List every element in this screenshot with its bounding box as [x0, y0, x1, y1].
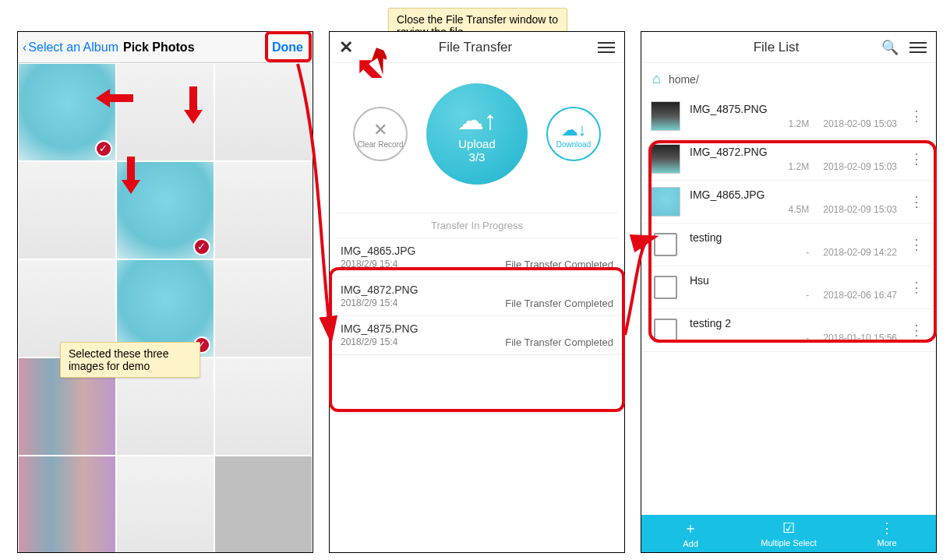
file-date: 2018-02-09 15:03 [823, 204, 897, 215]
photo-thumb[interactable] [214, 456, 313, 553]
file-size: - [778, 290, 809, 301]
photo-thumb[interactable] [214, 63, 313, 161]
cloud-download-icon: ☁↓ [561, 120, 587, 140]
file-name: IMG_4865.JPG [341, 245, 613, 257]
more-icon[interactable]: ⋮ [906, 236, 927, 253]
photo-thumb[interactable] [18, 456, 116, 553]
file-time: 2018/2/9 15:4 [341, 336, 397, 348]
upload-button[interactable]: ☁↑ Upload 3/3 [426, 83, 528, 185]
file-name: testing [690, 231, 897, 244]
checkbox-icon: ☑ [782, 519, 795, 537]
more-icon[interactable]: ⋮ [906, 150, 927, 167]
search-icon[interactable]: 🔍 [881, 39, 899, 56]
done-button[interactable]: Done [267, 39, 308, 56]
screen-file-list: File List 🔍 ⌂ home/ IMG_4875.PNG 1.2M201… [641, 31, 937, 553]
plus-icon: ＋ [683, 519, 697, 537]
cloud-upload-icon: ☁↑ [457, 104, 497, 136]
home-icon: ⌂ [652, 71, 661, 87]
clear-label: Clear Record [358, 140, 404, 149]
photo-thumb[interactable] [116, 456, 214, 553]
file-status: File Transfer Completed [505, 298, 613, 309]
file-size: 1.2M [778, 161, 809, 172]
svg-marker-3 [184, 86, 203, 124]
file-date: 2018-01-10 15:56 [823, 333, 897, 343]
page-title: Pick Photos [123, 41, 195, 55]
screen-file-transfer: ✕ File Transfer ✕ Clear Record ☁↑ Upload… [329, 31, 625, 553]
folder-icon [651, 230, 680, 259]
navbar: ‹ Select an Album Pick Photos Done [18, 32, 313, 63]
select-arrow-icon [96, 86, 135, 118]
more-icon[interactable]: ⋮ [906, 322, 927, 339]
file-size: 1.2M [778, 118, 809, 129]
x-icon: ✕ [373, 120, 387, 140]
photo-thumb[interactable] [214, 259, 313, 357]
upload-label: Upload [458, 137, 496, 150]
file-list: IMG_4875.PNG 1.2M2018-02-09 15:03 ⋮ IMG_… [641, 95, 936, 352]
breadcrumb[interactable]: ⌂ home/ [641, 63, 936, 95]
file-row[interactable]: Hsu -2018-02-06 16:47 ⋮ [641, 266, 936, 309]
file-name: IMG_4875.PNG [341, 322, 613, 335]
photo-grid: ✓ ✓ ✓ [18, 63, 313, 553]
bottom-toolbar: ＋Add ☑Multiple Select ⋮More [641, 515, 936, 552]
file-name: Hsu [690, 274, 897, 287]
select-arrow-icon [119, 157, 150, 195]
transfer-list: IMG_4865.JPG 2018/2/9 15:4File Transfer … [330, 238, 624, 355]
photo-thumb[interactable] [18, 161, 116, 259]
file-row[interactable]: testing -2018-02-09 14:22 ⋮ [641, 224, 936, 266]
transfer-row[interactable]: IMG_4875.PNG 2018/2/9 15:4File Transfer … [330, 316, 624, 355]
breadcrumb-path: home/ [669, 73, 699, 86]
download-label: Download [556, 140, 591, 149]
more-button[interactable]: ⋮More [838, 515, 936, 552]
more-icon[interactable]: ⋮ [906, 107, 927, 125]
file-date: 2018-02-09 15:03 [823, 161, 897, 172]
file-row[interactable]: testing 2 -2018-01-10 15:56 ⋮ [641, 309, 936, 352]
file-name: IMG_4875.PNG [690, 103, 897, 115]
menu-icon[interactable] [598, 42, 615, 53]
menu-icon[interactable] [909, 42, 927, 53]
file-row[interactable]: IMG_4875.PNG 1.2M2018-02-09 15:03 ⋮ [641, 95, 936, 138]
dots-icon: ⋮ [880, 519, 894, 537]
svg-marker-4 [122, 157, 140, 194]
file-thumb [651, 101, 680, 131]
file-status: File Transfer Completed [505, 336, 613, 348]
chevron-left-icon: ‹ [23, 41, 26, 55]
add-button[interactable]: ＋Add [641, 515, 740, 552]
download-button[interactable]: ☁↓ Download [546, 107, 601, 161]
file-status: File Transfer Completed [505, 259, 613, 270]
file-date: 2018-02-09 15:03 [823, 118, 897, 129]
file-size: - [778, 333, 809, 343]
file-name: testing 2 [690, 317, 897, 329]
clear-record-button[interactable]: ✕ Clear Record [353, 107, 408, 161]
check-icon: ✓ [193, 238, 210, 255]
multiple-select-button[interactable]: ☑Multiple Select [740, 515, 838, 552]
file-size: 4.5M [778, 204, 809, 215]
close-icon[interactable]: ✕ [339, 37, 353, 58]
file-time: 2018/2/9 15:4 [341, 259, 397, 270]
transfer-row[interactable]: IMG_4872.PNG 2018/2/9 15:4File Transfer … [330, 277, 624, 316]
back-button[interactable]: ‹ Select an Album [23, 41, 118, 55]
file-name: IMG_4872.PNG [341, 284, 613, 296]
transfer-controls: ✕ Clear Record ☁↑ Upload 3/3 ☁↓ Download [330, 63, 624, 205]
upload-count: 3/3 [469, 150, 486, 164]
navbar: File List 🔍 [641, 32, 936, 63]
file-date: 2018-02-06 16:47 [823, 290, 897, 301]
file-name: IMG_4872.PNG [690, 146, 897, 158]
select-arrow-icon [182, 86, 213, 125]
folder-icon [651, 315, 680, 345]
file-size: - [778, 247, 809, 258]
check-icon: ✓ [95, 140, 112, 157]
folder-icon [651, 273, 680, 302]
back-label: Select an Album [28, 41, 118, 55]
photo-thumb[interactable] [214, 357, 313, 456]
file-time: 2018/2/9 15:4 [341, 298, 397, 309]
file-row[interactable]: IMG_4865.JPG 4.5M2018-02-09 15:03 ⋮ [641, 181, 936, 224]
file-row[interactable]: IMG_4872.PNG 1.2M2018-02-09 15:03 ⋮ [641, 138, 936, 181]
photo-thumb[interactable] [214, 161, 313, 259]
file-thumb [651, 144, 680, 174]
screen-pick-photos: ‹ Select an Album Pick Photos Done ✓ ✓ ✓ [17, 31, 313, 553]
transfer-row[interactable]: IMG_4865.JPG 2018/2/9 15:4File Transfer … [330, 238, 624, 277]
page-title: File List [682, 40, 871, 55]
more-icon[interactable]: ⋮ [906, 279, 927, 296]
file-date: 2018-02-09 14:22 [823, 247, 897, 258]
more-icon[interactable]: ⋮ [906, 193, 927, 210]
